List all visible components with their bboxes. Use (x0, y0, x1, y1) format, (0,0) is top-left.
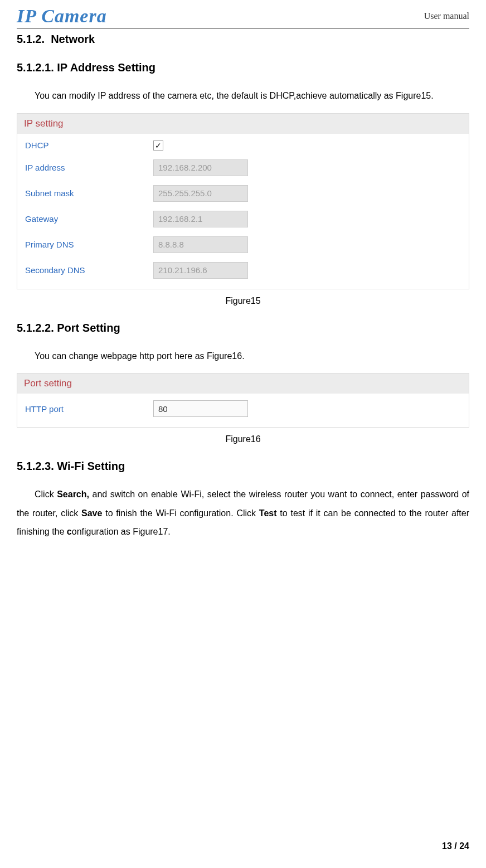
subnet-row: Subnet mask (21, 181, 465, 206)
text: onfiguration as Figure17. (72, 527, 171, 536)
section-title: Network (51, 33, 95, 45)
save-bold: Save (81, 508, 102, 518)
section-number: 5.1.2.1. (17, 61, 54, 74)
section-number: 5.1.2. (17, 33, 45, 45)
doc-title: User manual (424, 11, 469, 21)
figure16-caption: Figure16 (17, 434, 469, 444)
ip-address-field (153, 159, 248, 176)
dhcp-checkbox[interactable]: ✓ (153, 140, 163, 151)
ip-setting-paragraph: You can modify IP address of the camera … (17, 86, 469, 105)
gateway-label: Gateway (25, 214, 153, 224)
http-port-row: HTTP port (21, 396, 465, 421)
secondary-dns-field (153, 262, 248, 279)
ip-setting-panel-title: IP setting (17, 114, 469, 134)
port-setting-paragraph: You can change webpage http port here as… (17, 347, 469, 366)
ip-setting-panel-body: DHCP ✓ IP address Subnet mask Gateway Pr… (17, 134, 469, 289)
dhcp-row: DHCP ✓ (21, 136, 465, 155)
page-number: 13 / 24 (442, 841, 469, 851)
logo: IP Camera (17, 6, 107, 27)
section-number: 5.1.2.2. (17, 322, 54, 334)
dhcp-label: DHCP (25, 140, 153, 150)
section-title: IP Address Setting (57, 61, 155, 74)
port-setting-panel: Port setting HTTP port (17, 373, 469, 428)
section-number: 5.1.2.3. (17, 460, 54, 472)
wifi-setting-paragraph: Click Search, and switch on enable Wi-Fi… (17, 485, 469, 541)
ip-setting-panel: IP setting DHCP ✓ IP address Subnet mask… (17, 113, 469, 289)
section-5-1-2-3-heading: 5.1.2.3. Wi-Fi Setting (17, 460, 469, 473)
page-header: IP Camera User manual (17, 6, 469, 28)
port-setting-panel-title: Port setting (17, 374, 469, 394)
text: to finish the Wi-Fi configuration. Click (102, 508, 259, 518)
gateway-row: Gateway (21, 206, 465, 232)
port-setting-panel-body: HTTP port (17, 394, 469, 427)
http-port-field[interactable] (153, 400, 248, 417)
http-port-label: HTTP port (25, 404, 153, 414)
section-title: Port Setting (57, 322, 120, 334)
ip-address-row: IP address (21, 155, 465, 181)
test-bold: Test (259, 508, 277, 518)
subnet-label: Subnet mask (25, 188, 153, 198)
section-5-1-2-1-heading: 5.1.2.1. IP Address Setting (17, 61, 469, 74)
primary-dns-label: Primary DNS (25, 240, 153, 249)
secondary-dns-label: Secondary DNS (25, 265, 153, 275)
ip-address-label: IP address (25, 163, 153, 172)
search-bold: Search, (57, 489, 89, 499)
gateway-field (153, 211, 248, 227)
section-title: Wi-Fi Setting (57, 460, 125, 472)
section-5-1-2-heading: 5.1.2. Network (17, 33, 469, 46)
text: Click (35, 489, 57, 499)
secondary-dns-row: Secondary DNS (21, 258, 465, 283)
primary-dns-field (153, 236, 248, 253)
figure15-caption: Figure15 (17, 296, 469, 306)
primary-dns-row: Primary DNS (21, 232, 465, 258)
c-bold: c (67, 527, 72, 536)
section-5-1-2-2-heading: 5.1.2.2. Port Setting (17, 322, 469, 334)
subnet-field (153, 185, 248, 202)
